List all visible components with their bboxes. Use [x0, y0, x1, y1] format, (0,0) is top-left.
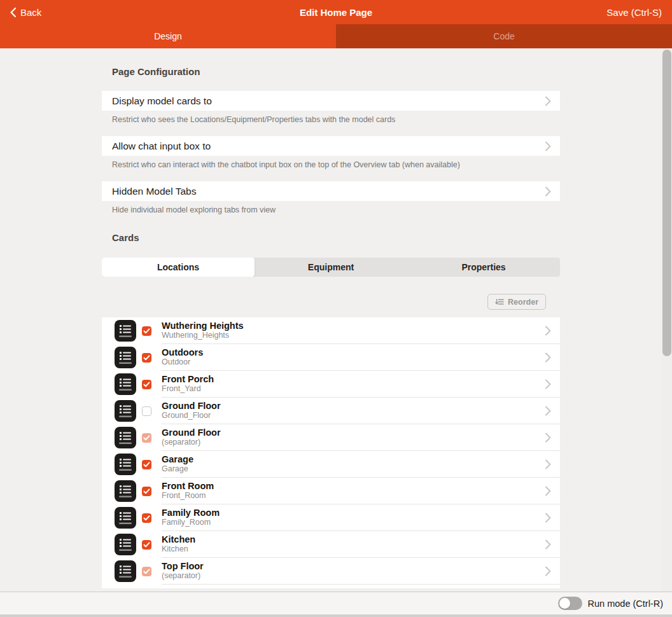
card-row[interactable]: Family Room Family_Room — [102, 504, 560, 531]
card-checkbox[interactable] — [142, 353, 151, 363]
card-checkbox[interactable] — [142, 406, 151, 416]
checkmark-icon — [143, 435, 150, 441]
tab-label: Design — [154, 31, 182, 41]
toggle-knob — [559, 598, 570, 609]
card-row[interactable]: Ground Floor (separator) — [102, 424, 560, 451]
edit-home-page-window: Back Edit Home Page Save (Ctrl-S) Design… — [0, 0, 672, 617]
config-row-description: Restrict who can interact with the chatb… — [112, 160, 550, 170]
card-row-main: Ground Floor (separator) — [162, 424, 560, 451]
card-row[interactable]: Outdoors Outdoor — [102, 344, 560, 371]
run-mode-label: Run mode (Ctrl-R) — [588, 599, 663, 609]
card-title: Outdoors — [162, 347, 545, 357]
card-row-text: Ground Floor (separator) — [162, 427, 545, 447]
card-row-text: Ground Floor Ground_Floor — [162, 401, 545, 420]
card-title: Front Porch — [162, 374, 545, 384]
card-title: Ground Floor — [162, 401, 545, 411]
chevron-right-icon — [545, 486, 551, 496]
list-card-icon — [115, 400, 136, 422]
config-item: Display model cards to Restrict who sees… — [102, 91, 560, 125]
chevron-right-icon — [545, 326, 551, 336]
segment-label: Equipment — [308, 262, 354, 272]
checkmark-icon — [143, 489, 150, 494]
list-card-icon — [115, 320, 136, 342]
card-row-main: Wuthering Heights Wuthering_Heights — [162, 317, 560, 344]
list-card-icon — [115, 534, 136, 555]
card-row[interactable]: Top Floor (separator) — [102, 558, 560, 585]
scrollbar-thumb[interactable] — [662, 50, 671, 356]
run-mode-toggle[interactable] — [558, 597, 582, 610]
checkmark-icon — [143, 515, 150, 521]
card-subtitle: Front_Yard — [162, 384, 545, 394]
card-checkbox[interactable] — [142, 487, 151, 496]
reorder-row: Reorder — [102, 294, 560, 310]
card-row-main: Garage Garage — [162, 451, 560, 478]
reorder-button[interactable]: Reorder — [487, 294, 546, 310]
scrollbar-track[interactable] — [662, 48, 672, 592]
page-title: Edit Home Page — [0, 7, 672, 18]
config-row-label: Display model cards to — [112, 95, 212, 107]
card-row[interactable]: Front Room Front_Room — [102, 478, 560, 504]
save-button[interactable]: Save (Ctrl-S) — [606, 7, 662, 18]
segment-tab[interactable]: Equipment — [255, 258, 407, 277]
card-checkbox[interactable] — [142, 380, 151, 389]
tab[interactable]: Code — [336, 24, 672, 48]
card-checkbox[interactable] — [142, 540, 151, 550]
bottom-strip — [0, 614, 672, 617]
card-subtitle: (separator) — [162, 571, 545, 581]
card-checkbox[interactable] — [142, 567, 151, 576]
card-row[interactable]: Kitchen Kitchen — [102, 531, 560, 558]
card-row-main: Top Floor (separator) — [162, 558, 560, 585]
chevron-right-icon — [545, 539, 551, 550]
card-list: Wuthering Heights Wuthering_Heights — [102, 317, 560, 588]
card-row-text: Front Room Front_Room — [162, 481, 545, 501]
cards-heading: Cards — [102, 232, 560, 243]
checkmark-icon — [143, 569, 150, 574]
card-checkbox[interactable] — [142, 326, 151, 336]
card-title: Family Room — [162, 508, 545, 518]
config-row[interactable]: Hidden Model Tabs — [102, 181, 560, 201]
card-row-left — [115, 560, 151, 582]
card-row[interactable]: Ground Floor Ground_Floor — [102, 398, 560, 424]
card-row-text: Outdoors Outdoor — [162, 347, 545, 367]
card-row-text: Wuthering Heights Wuthering_Heights — [162, 321, 545, 340]
card-subtitle: Wuthering_Heights — [162, 331, 545, 340]
card-row-left — [115, 454, 151, 475]
card-subtitle: Garage — [162, 464, 545, 474]
card-checkbox[interactable] — [142, 433, 151, 443]
card-row-text: Front Porch Front_Yard — [162, 374, 545, 394]
list-card-icon — [115, 507, 136, 529]
card-title: Ground Floor — [162, 427, 545, 438]
tab[interactable]: Design — [0, 24, 336, 48]
card-row-left — [115, 320, 151, 342]
chevron-right-icon — [545, 96, 551, 106]
card-row[interactable]: Front Porch Front_Yard — [102, 371, 560, 398]
card-row-text: Family Room Family_Room — [162, 508, 545, 527]
card-checkbox[interactable] — [142, 460, 151, 469]
back-button[interactable]: Back — [10, 7, 41, 18]
card-row-left — [115, 507, 151, 529]
config-row[interactable]: Display model cards to — [102, 91, 560, 111]
card-row-text: Garage Garage — [162, 454, 545, 474]
card-title: Wuthering Heights — [162, 321, 545, 331]
config-row-description: Hide individual model exploring tabs fro… — [112, 205, 550, 215]
card-row[interactable]: Garage Garage — [102, 451, 560, 478]
config-item: Allow chat input box to Restrict who can… — [102, 136, 560, 170]
sort-icon — [495, 298, 504, 305]
segment-tab[interactable]: Properties — [407, 258, 560, 277]
card-row[interactable]: Wuthering Heights Wuthering_Heights — [102, 317, 560, 344]
chevron-right-icon — [545, 566, 551, 576]
card-row-text: Top Floor (separator) — [162, 561, 545, 581]
segment-tab[interactable]: Locations — [102, 258, 255, 277]
tab-label: Code — [493, 31, 514, 41]
reorder-label: Reorder — [508, 298, 538, 307]
checkmark-icon — [143, 542, 150, 548]
list-card-icon — [115, 480, 136, 502]
cards-segmented-control: Locations Equipment Properties — [102, 258, 560, 277]
checkmark-icon — [143, 382, 150, 387]
card-row-main: Outdoors Outdoor — [162, 344, 560, 371]
card-row-left — [115, 347, 151, 368]
config-row[interactable]: Allow chat input box to — [102, 136, 560, 156]
card-checkbox[interactable] — [142, 513, 151, 523]
list-card-icon — [115, 347, 136, 368]
chevron-left-icon — [10, 8, 16, 17]
